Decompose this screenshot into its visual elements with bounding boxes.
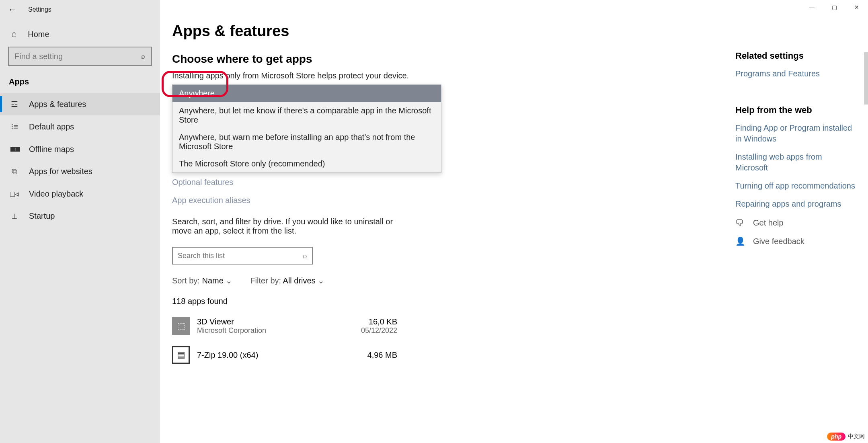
app-aliases-link[interactable]: App execution aliases bbox=[172, 196, 466, 205]
help-link[interactable]: Repairing apps and programs bbox=[735, 199, 856, 209]
sort-label: Sort by: bbox=[172, 276, 200, 285]
find-setting-input[interactable] bbox=[14, 52, 141, 61]
filter-value: All drives bbox=[283, 276, 316, 285]
search-icon: ⌕ bbox=[141, 52, 146, 61]
search-icon: ⌕ bbox=[303, 252, 307, 260]
sidebar-item-label: Offline maps bbox=[29, 145, 74, 154]
window-title: Settings bbox=[28, 6, 51, 13]
sidebar-item-apps-features[interactable]: ☲Apps & features bbox=[0, 93, 160, 115]
home-icon: ⌂ bbox=[11, 29, 16, 39]
apps-found-text: 118 apps found bbox=[172, 297, 466, 306]
app-publisher: Microsoft Corporation bbox=[197, 326, 361, 335]
programs-features-link[interactable]: Programs and Features bbox=[735, 68, 856, 79]
sort-by-control[interactable]: Sort by: Name ⌄ bbox=[172, 276, 232, 285]
feedback-icon: 👤 bbox=[735, 236, 745, 246]
sidebar-item-apps-for-websites[interactable]: ⧉Apps for websites bbox=[0, 160, 160, 183]
choose-heading: Choose where to get apps bbox=[172, 53, 466, 66]
close-icon[interactable]: ✕ bbox=[845, 0, 868, 14]
home-label: Home bbox=[28, 30, 49, 39]
search-list-box[interactable]: ⌕ bbox=[172, 247, 313, 265]
back-arrow-icon[interactable]: ← bbox=[8, 4, 17, 15]
settings-sidebar: ← Settings ⌂ Home ⌕ Apps ☲Apps & feature… bbox=[0, 0, 160, 443]
dropdown-option[interactable]: Anywhere, but warn me before installing … bbox=[172, 129, 441, 155]
section-label: Apps bbox=[0, 66, 160, 93]
sort-value: Name bbox=[202, 276, 223, 285]
content: Apps & features Choose where to get apps… bbox=[160, 0, 466, 364]
help-heading: Help from the web bbox=[735, 105, 856, 115]
app-meta: 4,96 MB bbox=[367, 351, 397, 360]
main-area: ― ▢ ✕ Apps & features Choose where to ge… bbox=[160, 0, 868, 443]
startup-icon: ⟂ bbox=[10, 211, 19, 221]
chevron-down-icon: ⌄ bbox=[226, 276, 232, 285]
help-link[interactable]: Installing web apps from Microsoft bbox=[735, 152, 856, 173]
apps-websites-icon: ⧉ bbox=[10, 167, 19, 176]
dropdown-list: AnywhereAnywhere, but let me know if the… bbox=[172, 84, 441, 173]
chat-icon: 🗨 bbox=[735, 218, 745, 228]
video-playback-icon: □◃ bbox=[10, 189, 19, 199]
scrollbar[interactable] bbox=[864, 52, 868, 105]
app-date: 05/12/2022 bbox=[361, 326, 397, 335]
dropdown-option[interactable]: Anywhere bbox=[172, 85, 441, 102]
app-icon: ⬚ bbox=[172, 317, 190, 335]
sidebar-item-label: Default apps bbox=[29, 122, 74, 131]
minimize-icon[interactable]: ― bbox=[800, 0, 823, 14]
maximize-icon[interactable]: ▢ bbox=[823, 0, 845, 14]
chevron-down-icon: ⌄ bbox=[318, 276, 324, 285]
optional-features-link[interactable]: Optional features bbox=[172, 178, 466, 187]
watermark-text: 中文网 bbox=[848, 433, 865, 440]
app-row[interactable]: ⬚3D ViewerMicrosoft Corporation16,0 KB05… bbox=[172, 317, 397, 335]
filter-label: Filter by: bbox=[250, 276, 281, 285]
app-info: 7-Zip 19.00 (x64) bbox=[197, 351, 367, 360]
sidebar-item-default-apps[interactable]: ⁝≡Default apps bbox=[0, 115, 160, 138]
app-row[interactable]: ▤7-Zip 19.00 (x64)4,96 MB bbox=[172, 346, 397, 364]
dropdown-option[interactable]: Anywhere, but let me know if there's a c… bbox=[172, 102, 441, 129]
sidebar-item-video-playback[interactable]: □◃Video playback bbox=[0, 183, 160, 205]
find-setting-search[interactable]: ⌕ bbox=[8, 47, 152, 66]
sidebar-item-label: Video playback bbox=[29, 189, 83, 199]
install-source-dropdown[interactable]: AnywhereAnywhere, but let me know if the… bbox=[172, 84, 466, 173]
app-icon: ▤ bbox=[172, 346, 190, 364]
sidebar-item-label: Apps & features bbox=[29, 100, 86, 109]
home-button[interactable]: ⌂ Home bbox=[0, 19, 160, 47]
offline-maps-icon: 🀰 bbox=[10, 144, 19, 154]
get-help-row[interactable]: 🗨 Get help bbox=[735, 218, 856, 228]
list-body-text: Search, sort, and filter by drive. If yo… bbox=[172, 217, 397, 236]
titlebar: ← Settings bbox=[0, 0, 160, 19]
related-heading: Related settings bbox=[735, 51, 856, 61]
sidebar-item-label: Startup bbox=[29, 211, 55, 221]
watermark-pill: php bbox=[827, 433, 845, 441]
search-list-input[interactable] bbox=[178, 252, 303, 260]
dropdown-option[interactable]: The Microsoft Store only (recommended) bbox=[172, 155, 441, 172]
default-apps-icon: ⁝≡ bbox=[10, 122, 19, 131]
filter-by-control[interactable]: Filter by: All drives ⌄ bbox=[250, 276, 324, 285]
app-size: 16,0 KB bbox=[361, 317, 397, 326]
apps-features-icon: ☲ bbox=[10, 99, 19, 109]
get-help-label: Get help bbox=[753, 218, 784, 228]
choose-body: Installing apps only from Microsoft Stor… bbox=[172, 71, 466, 80]
app-size: 4,96 MB bbox=[367, 351, 397, 360]
sidebar-item-offline-maps[interactable]: 🀰Offline maps bbox=[0, 138, 160, 160]
window-controls: ― ▢ ✕ bbox=[800, 0, 868, 14]
sidebar-item-label: Apps for websites bbox=[29, 167, 92, 176]
right-rail: Related settings Programs and Features H… bbox=[735, 51, 856, 246]
feedback-label: Give feedback bbox=[753, 237, 804, 246]
page-title: Apps & features bbox=[172, 23, 466, 40]
sidebar-item-startup[interactable]: ⟂Startup bbox=[0, 205, 160, 227]
help-link[interactable]: Turning off app recommendations bbox=[735, 180, 856, 191]
app-info: 3D ViewerMicrosoft Corporation bbox=[197, 317, 361, 335]
watermark: php 中文网 bbox=[827, 433, 865, 441]
app-name: 7-Zip 19.00 (x64) bbox=[197, 351, 367, 360]
give-feedback-row[interactable]: 👤 Give feedback bbox=[735, 236, 856, 246]
sort-filter-row: Sort by: Name ⌄ Filter by: All drives ⌄ bbox=[172, 276, 466, 285]
app-name: 3D Viewer bbox=[197, 317, 361, 326]
app-meta: 16,0 KB05/12/2022 bbox=[361, 317, 397, 335]
help-link[interactable]: Finding App or Program installed in Wind… bbox=[735, 123, 856, 144]
